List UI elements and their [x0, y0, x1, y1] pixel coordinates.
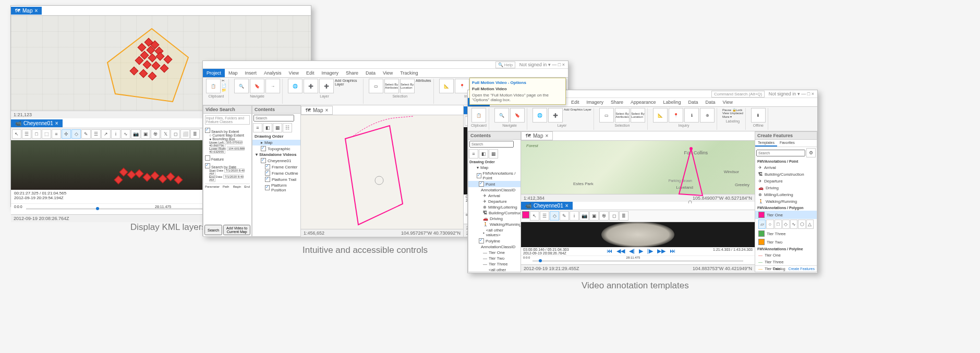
tool-btn[interactable]: ✢	[62, 129, 71, 139]
adddata-button[interactable]: ➕	[319, 79, 334, 93]
video-tab[interactable]: 📹 Cheyenne01 ×	[521, 202, 573, 210]
tab-tracking[interactable]: Tracking	[396, 69, 421, 77]
tool-btn[interactable]: ◇	[71, 129, 81, 139]
signin[interactable]: Not signed in	[769, 91, 796, 96]
b[interactable]: ⏮	[607, 248, 612, 255]
tree-item[interactable]: Frame Center	[252, 164, 300, 170]
t[interactable]: 📷	[579, 211, 589, 221]
vs-input[interactable]: Input Files, Folders and Feature Classes	[205, 115, 250, 125]
tab-share[interactable]: Share	[342, 69, 362, 77]
favorites-tab[interactable]: Favorites	[777, 140, 797, 147]
tool-btn[interactable]: 𝕏	[161, 129, 170, 139]
i[interactable]: — Tier Three	[468, 261, 521, 267]
tab-view[interactable]: View	[285, 69, 303, 77]
tab-data[interactable]: Data	[362, 69, 379, 77]
tree-item[interactable]: ▾ Standalone Videos	[252, 152, 300, 157]
feat[interactable]: 🚶 Walking/Running	[755, 198, 817, 205]
i[interactable]: ▾ Map	[468, 165, 521, 171]
explore-button[interactable]: 🔍	[234, 79, 249, 93]
tab-imagery[interactable]: Imagery	[318, 69, 342, 77]
t[interactable]: ♼	[599, 211, 609, 221]
feat[interactable]: 🏗 Building/Construction	[755, 171, 817, 178]
tree-item[interactable]: Cheyenne01	[252, 157, 300, 164]
tool-btn[interactable]: ≡	[52, 129, 61, 139]
b[interactable]: 🔍	[494, 108, 509, 123]
map-canvas[interactable]	[301, 115, 463, 229]
b[interactable]: 📋	[471, 108, 486, 123]
b[interactable]: 📐	[653, 108, 668, 123]
b[interactable]: ▭	[599, 108, 614, 123]
b[interactable]: 🌐	[533, 108, 547, 123]
i[interactable]: Polyline	[468, 238, 521, 244]
templates-tab[interactable]: Templates	[755, 140, 777, 147]
tree-item[interactable]: ▸ Map	[252, 140, 300, 145]
cmd-search[interactable]: Command Search (Alt+Q)	[711, 91, 765, 98]
tool-btn[interactable]: ▣	[141, 129, 150, 139]
tool-btn[interactable]: □	[32, 129, 41, 139]
i[interactable]: ✈ Arrival	[468, 193, 521, 199]
b[interactable]: ➕	[548, 108, 563, 123]
tool-btn[interactable]: ↗	[101, 129, 111, 139]
tree-item[interactable]: Topographic	[252, 145, 300, 152]
t[interactable]: ☰	[540, 211, 549, 221]
basemap-button[interactable]: 🌐	[288, 79, 303, 93]
tool-btn[interactable]: ⬚	[42, 129, 51, 139]
feat[interactable]: 🚗 Driving	[755, 185, 817, 191]
b[interactable]: ≡	[469, 149, 478, 159]
tool-btn[interactable]: ✎	[81, 129, 91, 139]
b[interactable]: ◀|	[629, 248, 635, 255]
feature-chk[interactable]: Feature	[211, 157, 224, 161]
tab-view2[interactable]: View	[379, 69, 396, 77]
map-canvas[interactable]: Forest Fort Collins Windsor Greeley Este…	[521, 141, 755, 194]
feat[interactable]: — Tier One	[755, 252, 817, 259]
b[interactable]: ◀◀	[616, 248, 625, 255]
t[interactable]: Data	[685, 98, 702, 106]
contents-search[interactable]	[253, 115, 294, 121]
close-icon[interactable]: ×	[34, 8, 38, 14]
signin-label[interactable]: Not signed in	[519, 62, 547, 67]
i[interactable]: 🚗 Driving	[468, 216, 521, 222]
i[interactable]: • <all other values>	[468, 227, 521, 238]
t[interactable]: ↖	[530, 211, 539, 221]
i[interactable]: 🏗 Building/Construction	[468, 210, 521, 216]
i[interactable]: ✈ Departure	[468, 199, 521, 204]
tab-analysis[interactable]: Analysis	[260, 69, 285, 77]
t[interactable]: ≣	[619, 211, 628, 221]
b[interactable]: |▶	[647, 248, 653, 255]
feat[interactable]: — Tier Three	[755, 259, 817, 265]
b[interactable]: ⬇	[751, 108, 766, 123]
tree-item[interactable]: Platform Position	[252, 182, 300, 193]
b[interactable]: □	[775, 220, 782, 229]
attributes-label[interactable]: Attributes	[416, 79, 431, 93]
tool-btn[interactable]: 📷	[131, 129, 140, 139]
selectattr-button[interactable]: Select By Attributes	[384, 79, 399, 93]
t[interactable]: Share	[607, 98, 627, 106]
b[interactable]: ⊕	[700, 108, 715, 123]
i[interactable]: Point	[468, 181, 521, 187]
view-btn[interactable]: ≡	[253, 123, 262, 132]
t[interactable]: Appearance	[627, 98, 660, 106]
tool-btn[interactable]: ☰	[22, 129, 31, 139]
tool-btn[interactable]: ≣	[190, 129, 200, 139]
i[interactable]: AnnotationClassID	[468, 244, 521, 250]
bookmark-button[interactable]: 🔖	[250, 79, 264, 93]
goto-button[interactable]: →	[265, 79, 280, 93]
i[interactable]: ⊗ Milling/Loitering	[468, 204, 521, 210]
t[interactable]: Edit	[567, 98, 583, 106]
b[interactable]: 📍	[669, 108, 683, 123]
t[interactable]: View	[719, 98, 736, 106]
addpreset-button[interactable]: ➕	[304, 79, 318, 93]
b[interactable]: Select ByAttributes	[615, 108, 630, 123]
b[interactable]: 🔖	[510, 108, 525, 123]
addvideo-button[interactable]: Add Video to Current Map	[223, 225, 250, 235]
tool-btn[interactable]: ∿	[121, 129, 130, 139]
i[interactable]: FMVAnnotations / Point	[468, 171, 521, 181]
i[interactable]: — <all other values>	[468, 267, 521, 272]
b[interactable]: ⚙	[806, 148, 816, 157]
b[interactable]: △	[806, 220, 814, 229]
i[interactable]: — Tier One	[468, 250, 521, 255]
map-tab[interactable]: 🗺 Map ×	[301, 106, 333, 115]
addgraphics-label[interactable]: Add Graphics Layer	[335, 79, 361, 93]
b[interactable]: ▶▶	[657, 248, 666, 255]
tab-map[interactable]: Map	[225, 69, 241, 77]
